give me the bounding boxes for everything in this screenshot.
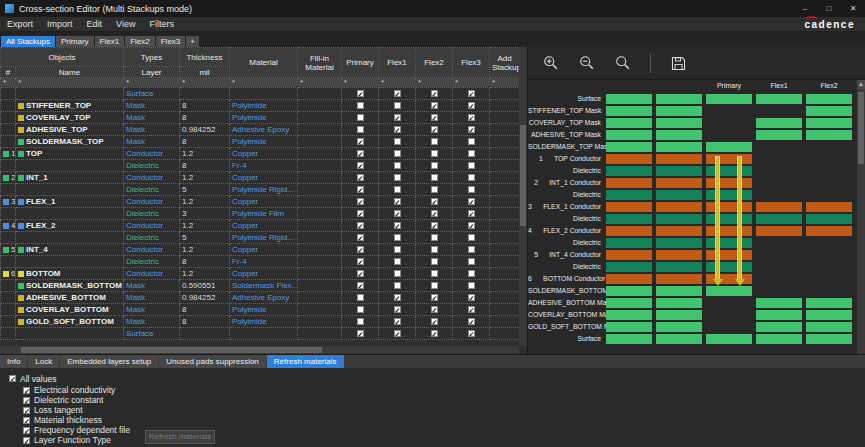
primary-checkbox[interactable]: ✓: [357, 234, 364, 241]
stackup-bar-mask[interactable]: [606, 298, 652, 308]
flex3-checkbox-cell[interactable]: ✓: [453, 112, 490, 124]
primary-checkbox-cell[interactable]: ✓: [342, 184, 379, 196]
flex3-checkbox-cell[interactable]: [453, 160, 490, 172]
material-cell[interactable]: Polyimide Rigid...: [230, 184, 298, 196]
add-stackup-cell[interactable]: [490, 268, 520, 280]
fill-in-material-cell[interactable]: [298, 112, 342, 124]
layer-name-cell[interactable]: BOTTOM: [16, 268, 124, 280]
stackup-bar-mask[interactable]: [706, 142, 752, 152]
flex3-checkbox-cell[interactable]: ✓: [453, 328, 490, 340]
thickness-cell[interactable]: 0.984252: [180, 124, 230, 136]
flex3-checkbox[interactable]: ✓: [468, 102, 475, 109]
flex1-checkbox-cell[interactable]: [379, 160, 416, 172]
filter-cell[interactable]: *: [342, 78, 379, 88]
flex1-checkbox-cell[interactable]: ✓: [379, 220, 416, 232]
layer-type-cell[interactable]: Mask: [124, 292, 180, 304]
stackup-tab-flex3[interactable]: Flex3: [156, 36, 186, 47]
add-stackup-cell[interactable]: [490, 232, 520, 244]
stackup-bar-conductor[interactable]: [656, 178, 702, 188]
menu-edit[interactable]: Edit: [80, 19, 110, 29]
flex1-checkbox[interactable]: [394, 162, 401, 169]
material-cell[interactable]: Copper: [230, 148, 298, 160]
flex1-checkbox-cell[interactable]: ✓: [379, 316, 416, 328]
filter-cell[interactable]: *: [230, 78, 298, 88]
primary-checkbox[interactable]: ✓: [357, 258, 364, 265]
stackup-bar-conductor[interactable]: [656, 154, 702, 164]
layer-type-cell[interactable]: Conductor: [124, 268, 180, 280]
stackup-bar-mask[interactable]: [606, 118, 652, 128]
flex2-checkbox[interactable]: ✓: [431, 210, 438, 217]
thickness-cell[interactable]: 0.984252: [180, 292, 230, 304]
primary-checkbox-cell[interactable]: [342, 124, 379, 136]
thickness-cell[interactable]: 3: [180, 208, 230, 220]
layer-name-cell[interactable]: [16, 184, 124, 196]
stackup-bar-conductor[interactable]: [706, 226, 752, 236]
stackup-bar-mask[interactable]: [606, 286, 652, 296]
fill-in-material-cell[interactable]: [298, 316, 342, 328]
table-row[interactable]: Dielectric 8 Fr-4 ✓: [1, 160, 520, 172]
fill-in-material-cell[interactable]: [298, 136, 342, 148]
primary-checkbox[interactable]: [357, 102, 364, 109]
thickness-cell[interactable]: 1.2: [180, 244, 230, 256]
flex2-checkbox-cell[interactable]: ✓: [416, 220, 453, 232]
fill-in-material-cell[interactable]: [298, 196, 342, 208]
thickness-cell[interactable]: 8: [180, 100, 230, 112]
flex2-checkbox-cell[interactable]: [416, 136, 453, 148]
primary-checkbox[interactable]: ✓: [357, 150, 364, 157]
bottom-tab-refresh-materials[interactable]: Refresh materials: [267, 355, 344, 368]
layer-type-cell[interactable]: Mask: [124, 304, 180, 316]
add-stackup-cell[interactable]: [490, 172, 520, 184]
option-checkbox[interactable]: ✓: [23, 437, 30, 444]
table-row[interactable]: Dielectric 5 Polyimide Rigid... ✓: [1, 232, 520, 244]
flex1-checkbox-cell[interactable]: [379, 244, 416, 256]
flex3-checkbox[interactable]: [468, 282, 475, 289]
stackup-bar-surface[interactable]: [756, 334, 802, 344]
material-cell[interactable]: Fr-4: [230, 160, 298, 172]
layer-name-cell[interactable]: [16, 208, 124, 220]
flex1-checkbox[interactable]: ✓: [394, 198, 401, 205]
primary-checkbox-cell[interactable]: ✓: [342, 256, 379, 268]
material-cell[interactable]: Polyimide: [230, 112, 298, 124]
layer-name-cell[interactable]: [16, 232, 124, 244]
flex3-checkbox[interactable]: ✓: [468, 210, 475, 217]
material-cell[interactable]: Adhesive Epoxy: [230, 124, 298, 136]
flex3-checkbox-cell[interactable]: [453, 136, 490, 148]
flex2-checkbox-cell[interactable]: ✓: [416, 112, 453, 124]
layer-name-cell[interactable]: INT_1: [16, 172, 124, 184]
filter-cell[interactable]: *: [298, 78, 342, 88]
stackup-bar-surface[interactable]: [756, 94, 802, 104]
stackup-bar-mask[interactable]: [656, 322, 702, 332]
table-row[interactable]: 1 TOP Conductor 1.2 Copper ✓: [1, 148, 520, 160]
table-row[interactable]: Dielectric 8 Fr-4 ✓: [1, 256, 520, 268]
thickness-cell[interactable]: [180, 88, 230, 100]
flex1-checkbox[interactable]: ✓: [394, 126, 401, 133]
table-row[interactable]: Dielectric 5 Polyimide Rigid... ✓: [1, 184, 520, 196]
thickness-cell[interactable]: 1.2: [180, 148, 230, 160]
flex2-checkbox-cell[interactable]: ✓: [416, 208, 453, 220]
flex1-checkbox-cell[interactable]: ✓: [379, 328, 416, 340]
stackup-tab-flex2[interactable]: Flex2: [125, 36, 155, 47]
stackup-bar-dielectric[interactable]: [656, 166, 702, 176]
primary-checkbox-cell[interactable]: ✓: [342, 148, 379, 160]
add-stackup-cell[interactable]: [490, 112, 520, 124]
flex1-checkbox[interactable]: [394, 186, 401, 193]
flex2-checkbox[interactable]: [431, 150, 438, 157]
flex3-checkbox-cell[interactable]: ✓: [453, 208, 490, 220]
layer-type-cell[interactable]: Conductor: [124, 220, 180, 232]
scrollbar-thumb[interactable]: [858, 92, 864, 164]
layer-type-cell[interactable]: Dielectric: [124, 184, 180, 196]
stackup-bar-mask[interactable]: [756, 298, 802, 308]
stackup-bar-conductor[interactable]: [606, 154, 652, 164]
add-stackup-tab-button[interactable]: +: [186, 36, 199, 47]
scrollbar-thumb[interactable]: [21, 347, 322, 353]
stackup-bar-mask[interactable]: [806, 106, 852, 116]
flex2-checkbox[interactable]: [431, 162, 438, 169]
table-row[interactable]: ADHESIVE_TOP Mask 0.984252 Adhesive Epox…: [1, 124, 520, 136]
material-cell[interactable]: [230, 88, 298, 100]
flex2-checkbox[interactable]: ✓: [431, 318, 438, 325]
fill-in-material-cell[interactable]: [298, 256, 342, 268]
bottom-tab-embedded-layers-setup[interactable]: Embedded layers setup: [60, 355, 158, 368]
flex3-checkbox[interactable]: [468, 162, 475, 169]
filter-cell[interactable]: *: [379, 78, 416, 88]
flex2-checkbox-cell[interactable]: [416, 244, 453, 256]
